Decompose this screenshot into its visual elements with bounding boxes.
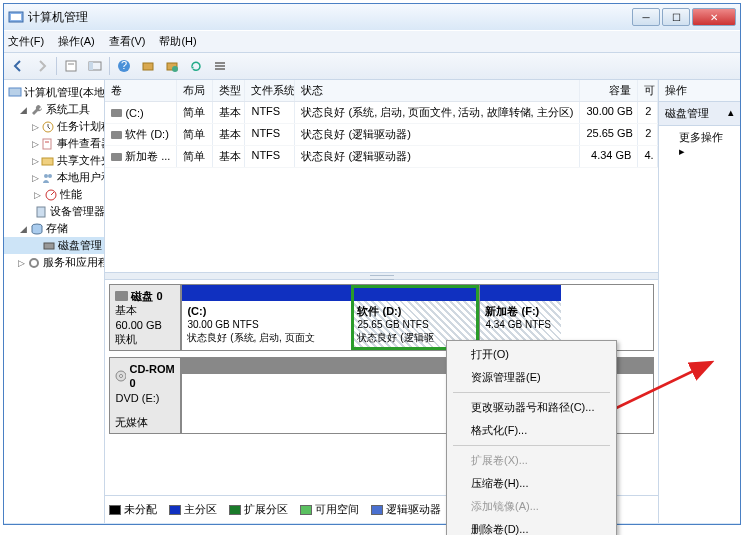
splitter[interactable] bbox=[105, 272, 658, 280]
tree-systools[interactable]: ◢系统工具 bbox=[4, 101, 104, 118]
actions-title[interactable]: 磁盘管理▴ bbox=[659, 102, 740, 126]
tree-pane[interactable]: 计算机管理(本地) ◢系统工具 ▷任务计划程序 ▷事件查看器 ▷共享文件夹 ▷本… bbox=[4, 80, 105, 523]
collapse-icon: ▴ bbox=[728, 106, 734, 121]
svg-point-19 bbox=[44, 174, 48, 178]
legend-unalloc: 未分配 bbox=[124, 502, 157, 517]
cdrom-header[interactable]: CD-ROM 0 DVD (E:)无媒体 bbox=[109, 357, 181, 434]
volume-row[interactable]: 软件 (D:)简单基本NTFS状态良好 (逻辑驱动器)25.65 GB2 bbox=[105, 124, 658, 146]
col-filesystem[interactable]: 文件系统 bbox=[245, 80, 295, 101]
ctx-format[interactable]: 格式化(F)... bbox=[449, 419, 614, 442]
ctx-extend: 扩展卷(X)... bbox=[449, 449, 614, 472]
tree-localusers[interactable]: ▷本地用户和组 bbox=[4, 169, 104, 186]
svg-rect-18 bbox=[42, 158, 53, 165]
svg-rect-14 bbox=[9, 88, 21, 96]
gear-icon bbox=[27, 256, 41, 270]
ctx-delete[interactable]: 删除卷(D)... bbox=[449, 518, 614, 535]
svg-point-25 bbox=[30, 259, 38, 267]
help-button[interactable]: ? bbox=[114, 56, 134, 76]
svg-point-10 bbox=[172, 66, 178, 72]
ctx-mirror: 添加镜像(A)... bbox=[449, 495, 614, 518]
window-title: 计算机管理 bbox=[28, 9, 632, 26]
context-menu[interactable]: 打开(O) 资源管理器(E) 更改驱动器号和路径(C)... 格式化(F)...… bbox=[446, 340, 617, 535]
clock-icon bbox=[41, 120, 55, 134]
cdrom-icon bbox=[115, 370, 126, 383]
legend-extended: 扩展分区 bbox=[244, 502, 288, 517]
tree-eventviewer[interactable]: ▷事件查看器 bbox=[4, 135, 104, 152]
wrench-icon bbox=[30, 103, 44, 117]
col-free[interactable]: 可 bbox=[638, 80, 658, 101]
col-type[interactable]: 类型 bbox=[213, 80, 245, 101]
ctx-open[interactable]: 打开(O) bbox=[449, 343, 614, 366]
svg-rect-12 bbox=[215, 65, 225, 67]
list-button[interactable] bbox=[210, 56, 230, 76]
volume-row[interactable]: (C:)简单基本NTFS状态良好 (系统, 启动, 页面文件, 活动, 故障转储… bbox=[105, 102, 658, 124]
tree-sharedfolders[interactable]: ▷共享文件夹 bbox=[4, 152, 104, 169]
chevron-right-icon: ▸ bbox=[679, 145, 685, 157]
refresh-button[interactable] bbox=[186, 56, 206, 76]
svg-rect-24 bbox=[44, 243, 54, 249]
col-capacity[interactable]: 容量 bbox=[580, 80, 638, 101]
perf-icon bbox=[44, 188, 58, 202]
svg-rect-22 bbox=[37, 207, 45, 217]
svg-rect-13 bbox=[215, 68, 225, 70]
close-button[interactable]: ✕ bbox=[692, 8, 736, 26]
log-icon bbox=[41, 137, 55, 151]
properties-button[interactable] bbox=[61, 56, 81, 76]
svg-rect-8 bbox=[143, 63, 153, 70]
menu-view[interactable]: 查看(V) bbox=[109, 34, 146, 49]
app-icon bbox=[8, 9, 24, 25]
volume-row[interactable]: 新加卷 ...简单基本NTFS状态良好 (逻辑驱动器)4.34 GB4. bbox=[105, 146, 658, 168]
svg-text:?: ? bbox=[121, 59, 127, 71]
tool-icon-1[interactable] bbox=[138, 56, 158, 76]
svg-rect-2 bbox=[66, 61, 76, 71]
titlebar[interactable]: 计算机管理 ─ ☐ ✕ bbox=[4, 4, 740, 30]
svg-rect-1 bbox=[11, 14, 21, 20]
storage-icon bbox=[30, 222, 44, 236]
menu-help[interactable]: 帮助(H) bbox=[159, 34, 196, 49]
menu-file[interactable]: 文件(F) bbox=[8, 34, 44, 49]
ctx-shrink[interactable]: 压缩卷(H)... bbox=[449, 472, 614, 495]
computer-management-window: 计算机管理 ─ ☐ ✕ 文件(F) 操作(A) 查看(V) 帮助(H) ? 计算… bbox=[3, 3, 741, 525]
users-icon bbox=[41, 171, 55, 185]
volume-list[interactable]: 卷 布局 类型 文件系统 状态 容量 可 (C:)简单基本NTFS状态良好 (系… bbox=[105, 80, 658, 272]
tree-services[interactable]: ▷服务和应用程序 bbox=[4, 254, 104, 271]
col-layout[interactable]: 布局 bbox=[177, 80, 213, 101]
ctx-explorer[interactable]: 资源管理器(E) bbox=[449, 366, 614, 389]
tree-scheduler[interactable]: ▷任务计划程序 bbox=[4, 118, 104, 135]
legend-free: 可用空间 bbox=[315, 502, 359, 517]
menubar: 文件(F) 操作(A) 查看(V) 帮助(H) bbox=[4, 30, 740, 52]
tree-diskmgmt[interactable]: 磁盘管理 bbox=[4, 237, 104, 254]
show-hide-button[interactable] bbox=[85, 56, 105, 76]
folder-share-icon bbox=[41, 154, 55, 168]
actions-pane: 操作 磁盘管理▴ 更多操作 ▸ bbox=[659, 80, 740, 523]
disk-0-header[interactable]: 磁盘 0 基本60.00 GB联机 bbox=[109, 284, 181, 351]
device-icon bbox=[34, 205, 48, 219]
maximize-button[interactable]: ☐ bbox=[662, 8, 690, 26]
svg-point-20 bbox=[48, 174, 52, 178]
disk-icon bbox=[42, 239, 56, 253]
legend-logical: 逻辑驱动器 bbox=[386, 502, 441, 517]
actions-header: 操作 bbox=[659, 80, 740, 102]
col-volume[interactable]: 卷 bbox=[105, 80, 177, 101]
svg-point-27 bbox=[120, 374, 123, 377]
menu-action[interactable]: 操作(A) bbox=[58, 34, 95, 49]
ctx-change-letter[interactable]: 更改驱动器号和路径(C)... bbox=[449, 396, 614, 419]
col-status[interactable]: 状态 bbox=[295, 80, 580, 101]
more-actions[interactable]: 更多操作 ▸ bbox=[659, 126, 740, 162]
svg-rect-5 bbox=[89, 62, 93, 70]
tree-root[interactable]: 计算机管理(本地) bbox=[4, 84, 104, 101]
minimize-button[interactable]: ─ bbox=[632, 8, 660, 26]
forward-button[interactable] bbox=[32, 56, 52, 76]
volume-list-header[interactable]: 卷 布局 类型 文件系统 状态 容量 可 bbox=[105, 80, 658, 102]
svg-rect-16 bbox=[43, 139, 51, 149]
back-button[interactable] bbox=[8, 56, 28, 76]
svg-rect-11 bbox=[215, 62, 225, 64]
disk-icon bbox=[115, 291, 128, 301]
partition[interactable]: (C:)30.00 GB NTFS状态良好 (系统, 启动, 页面文 bbox=[181, 285, 351, 350]
tree-storage[interactable]: ◢存储 bbox=[4, 220, 104, 237]
tool-icon-2[interactable] bbox=[162, 56, 182, 76]
tree-devicemgr[interactable]: 设备管理器 bbox=[4, 203, 104, 220]
tree-performance[interactable]: ▷性能 bbox=[4, 186, 104, 203]
computer-icon bbox=[8, 86, 22, 100]
legend-primary: 主分区 bbox=[184, 502, 217, 517]
